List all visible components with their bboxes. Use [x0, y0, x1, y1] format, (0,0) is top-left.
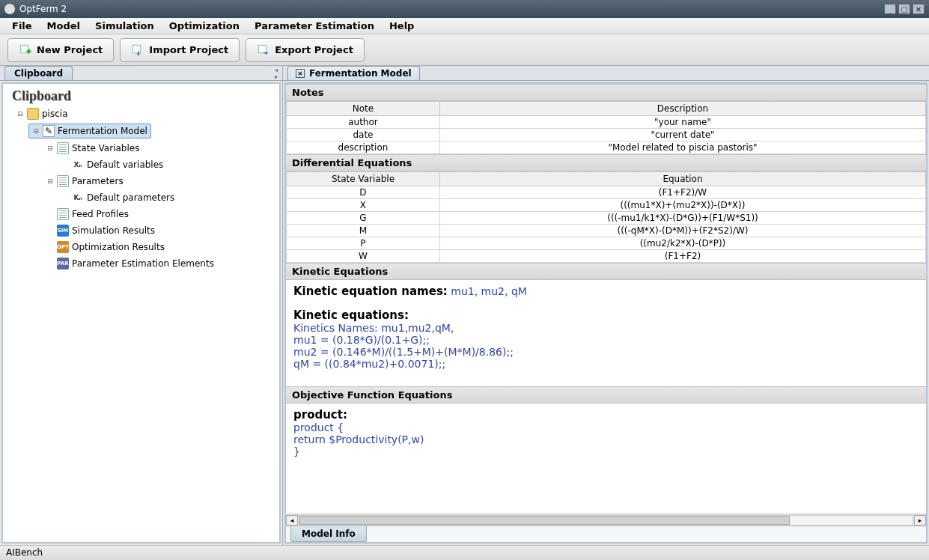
page-icon [57, 208, 69, 220]
table-row[interactable]: M(((-qM*X)-(D*M))+(F2*S2)/W) [287, 225, 926, 237]
table-row[interactable]: date"current date" [287, 129, 926, 141]
diffeq-col-var: State Variable [287, 172, 440, 186]
maximize-button[interactable]: ▢ [898, 4, 910, 14]
tree-item-optimization-results[interactable]: OPT Optimization Results [43, 240, 168, 254]
default-vars-label: Default variables [87, 159, 163, 170]
diffeq-table: State Variable Equation D(F1+F2)/W X(((m… [286, 171, 926, 263]
param-est-label: Parameter Estimation Elements [72, 258, 214, 269]
expand-icon[interactable]: ⊟ [46, 144, 54, 152]
close-tab-icon[interactable]: × [296, 69, 305, 78]
menu-optimization[interactable]: Optimization [162, 18, 247, 34]
menu-model[interactable]: Model [40, 18, 88, 34]
project-tree: ⊟ piscia ⊟ ✎ Fermentation Model [6, 106, 276, 272]
table-row[interactable]: author"your name" [287, 116, 926, 129]
kinetic-names-label: Kinetic equation names: [293, 284, 448, 298]
table-row[interactable]: W(F1+F2) [287, 250, 926, 263]
kinetic-eq-label: Kinetic equations: [293, 308, 919, 322]
objective-block: product: product { return $Productivity(… [286, 404, 926, 462]
toolbar: New Project Import Project Export Projec… [0, 34, 929, 66]
objective-line: } [293, 445, 919, 457]
new-project-button[interactable]: New Project [7, 38, 114, 62]
menubar: File Model Simulation Optimization Param… [0, 18, 929, 34]
objective-line: return $Productivity(P,w) [293, 433, 919, 445]
svg-rect-2 [258, 45, 266, 53]
menu-parameter-estimation[interactable]: Parameter Estimation [247, 18, 382, 34]
folder-icon [27, 108, 39, 120]
params-label: Parameters [72, 176, 124, 186]
menu-simulation[interactable]: Simulation [88, 18, 162, 34]
tab-model-info[interactable]: Model Info [290, 526, 367, 542]
menu-file[interactable]: File [4, 18, 40, 34]
tab-fermentation-model[interactable]: × Fermentation Model [287, 66, 420, 80]
sim-badge-icon: SIM [57, 225, 69, 237]
close-window-button[interactable]: × [913, 4, 925, 14]
model-label: Fermentation Model [58, 126, 147, 136]
tab-clipboard[interactable]: Clipboard [4, 66, 73, 80]
import-project-button[interactable]: Import Project [120, 38, 240, 62]
new-project-label: New Project [37, 44, 103, 55]
objective-label: product: [293, 408, 919, 421]
tree-item-default-variables[interactable]: Xₙ Default variables [58, 158, 166, 171]
tree-item-parameter-estimation[interactable]: PAR Parameter Estimation Elements [43, 257, 217, 270]
content-scroll[interactable]: Notes Note Description author"your name"… [286, 84, 926, 514]
right-pane: × Fermentation Model Notes Note Descript… [283, 66, 929, 545]
tree-item-feed-profiles[interactable]: Feed Profiles [43, 207, 132, 221]
tree-item-parameters[interactable]: ⊟ Parameters [43, 174, 127, 188]
scroll-left-icon[interactable]: ◂ [286, 515, 298, 526]
window-title: OptFerm 2 [19, 4, 67, 14]
diffeq-header: Differential Equations [286, 154, 926, 171]
export-project-button[interactable]: Export Project [246, 38, 365, 62]
objective-header: Objective Function Equations [286, 386, 926, 404]
left-pane: Clipboard ◂▸ Clipboard ⊟ piscia ⊟ [0, 66, 283, 545]
opt-results-label: Optimization Results [72, 242, 165, 252]
editor-tab-label: Fermentation Model [309, 68, 412, 79]
main-area: Clipboard ◂▸ Clipboard ⊟ piscia ⊟ [0, 66, 929, 545]
table-row[interactable]: X(((mu1*X)+(mu2*X))-(D*X)) [287, 199, 926, 212]
scroll-track[interactable] [299, 515, 913, 526]
menu-help[interactable]: Help [382, 18, 421, 34]
minimize-button[interactable]: _ [884, 4, 896, 14]
kinetic-block: Kinetic equation names: mu1, mu2, qM Kin… [286, 280, 926, 374]
horizontal-scrollbar[interactable]: ◂ ▸ [286, 514, 926, 526]
notes-col-note: Note [287, 102, 440, 116]
model-icon: ✎ [43, 125, 55, 137]
tree-item-fermentation-model[interactable]: ⊟ ✎ Fermentation Model [28, 124, 151, 139]
table-row[interactable]: P((mu2/k2*X)-(D*P)) [287, 237, 926, 250]
page-icon [57, 175, 69, 187]
tree-item-state-variables[interactable]: ⊟ State Variables [43, 141, 142, 155]
splitter-handle-icon[interactable]: ◂▸ [275, 66, 282, 81]
bottom-tabrow: Model Info [286, 526, 926, 542]
clipboard-panel: Clipboard ⊟ piscia ⊟ ✎ Fermentation Mode… [1, 82, 281, 544]
kinetic-header: Kinetic Equations [286, 263, 926, 280]
left-tabrow: Clipboard ◂▸ [0, 66, 282, 81]
page-icon [57, 142, 69, 154]
expand-icon[interactable]: ⊟ [16, 110, 24, 118]
parameters-icon: Kₙ [72, 192, 84, 204]
statusbar: AIBench [0, 545, 929, 560]
tree-item-simulation-results[interactable]: SIM Simulation Results [43, 224, 158, 237]
default-params-label: Default parameters [87, 192, 174, 203]
scroll-right-icon[interactable]: ▸ [914, 515, 926, 526]
kinetic-line: Kinetics Names: mu1,mu2,qM, [293, 322, 919, 334]
new-project-icon [19, 43, 32, 57]
export-icon [257, 43, 270, 57]
editor-body: Notes Note Description author"your name"… [284, 82, 928, 544]
import-project-label: Import Project [149, 44, 228, 55]
clipboard-title: Clipboard [6, 87, 276, 106]
table-row[interactable]: description"Model related to piscia past… [287, 141, 926, 154]
status-text: AIBench [6, 547, 43, 558]
expand-icon[interactable]: ⊟ [32, 127, 40, 135]
scroll-thumb[interactable] [299, 516, 790, 525]
notes-header: Notes [286, 84, 926, 101]
notes-col-desc: Description [439, 102, 925, 116]
tree-item-project[interactable]: ⊟ piscia [13, 107, 71, 121]
expand-icon[interactable]: ⊟ [46, 177, 54, 185]
table-row[interactable]: D(F1+F2)/W [287, 186, 926, 199]
editor-tabrow: × Fermentation Model [283, 66, 929, 81]
par-badge-icon: PAR [57, 258, 69, 270]
export-project-label: Export Project [275, 44, 353, 55]
import-icon [131, 43, 144, 57]
svg-rect-1 [133, 45, 141, 53]
tree-item-default-parameters[interactable]: Kₙ Default parameters [58, 191, 177, 204]
table-row[interactable]: G(((-mu1/k1*X)-(D*G))+(F1/W*S1)) [287, 212, 926, 225]
